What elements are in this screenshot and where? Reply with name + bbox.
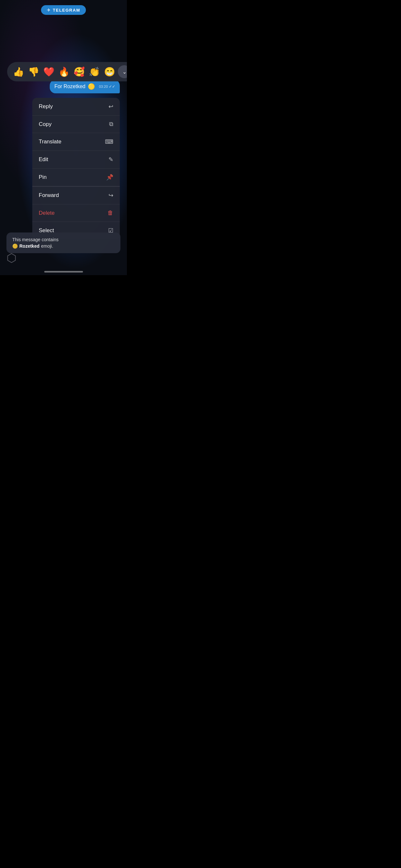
tooltip-line2: 🟡 Rozetked emoji. <box>12 244 115 249</box>
menu-item-translate[interactable]: Translate ⌨ <box>32 133 120 151</box>
telegram-icon: ✈ <box>47 7 51 12</box>
reply-label: Reply <box>39 103 53 110</box>
reaction-thumbsup[interactable]: 👍 <box>11 66 26 78</box>
home-indicator <box>44 271 83 273</box>
copy-icon: ⧉ <box>109 121 113 128</box>
hex-icon: ⬡ <box>6 251 17 265</box>
menu-item-edit[interactable]: Edit ✎ <box>32 151 120 168</box>
tooltip-suffix: emoji. <box>41 244 53 249</box>
edit-label: Edit <box>39 156 48 163</box>
forward-icon: ↪ <box>109 192 113 199</box>
tooltip-line1: This message contains <box>12 237 115 242</box>
menu-item-delete[interactable]: Delete 🗑 <box>32 205 120 222</box>
context-menu: Reply ↩ Copy ⧉ Translate ⌨ Edit ✎ Pin 📌 … <box>32 98 120 239</box>
delete-icon: 🗑 <box>107 210 113 216</box>
message-bubble: For Rozetked 🟡 03:20 ✓✓ <box>50 80 120 93</box>
pin-icon: 📌 <box>106 174 113 181</box>
reaction-bar: 👍 👎 ❤️ 🔥 🥰 👏 😁 ⌄ <box>7 62 127 82</box>
message-time: 03:20 <box>99 85 108 89</box>
reaction-clap[interactable]: 👏 <box>88 66 101 78</box>
reply-icon: ↩ <box>109 103 113 110</box>
menu-item-copy[interactable]: Copy ⧉ <box>32 116 120 133</box>
info-tooltip: This message contains 🟡 Rozetked emoji. <box>6 232 120 253</box>
menu-item-forward[interactable]: Forward ↪ <box>32 187 120 205</box>
translate-label: Translate <box>39 138 61 145</box>
reaction-fire[interactable]: 🔥 <box>57 66 71 78</box>
tooltip-brand: Rozetked <box>19 244 39 249</box>
menu-item-reply[interactable]: Reply ↩ <box>32 98 120 116</box>
message-text: For Rozetked <box>54 84 85 89</box>
telegram-label: TELEGRAM <box>53 8 81 12</box>
message-custom-emoji: 🟡 <box>88 83 95 90</box>
delete-label: Delete <box>39 210 55 216</box>
message-time-wrapper: 03:20 ✓✓ <box>99 84 115 89</box>
telegram-badge: ✈ TELEGRAM <box>41 5 86 15</box>
reaction-more-button[interactable]: ⌄ <box>118 65 127 78</box>
message-read-icon: ✓✓ <box>109 84 115 89</box>
reaction-grin[interactable]: 😁 <box>103 66 117 78</box>
menu-item-pin[interactable]: Pin 📌 <box>32 168 120 186</box>
copy-label: Copy <box>39 121 52 128</box>
reaction-thumbsdown[interactable]: 👎 <box>27 66 41 78</box>
forward-label: Forward <box>39 192 59 198</box>
reaction-hearts-face[interactable]: 🥰 <box>72 66 86 78</box>
chevron-down-icon: ⌄ <box>122 69 127 75</box>
translate-icon: ⌨ <box>105 138 113 145</box>
pin-label: Pin <box>39 174 47 181</box>
reaction-heart[interactable]: ❤️ <box>42 66 56 78</box>
tooltip-emoji: 🟡 <box>12 244 18 249</box>
edit-icon: ✎ <box>109 156 113 163</box>
